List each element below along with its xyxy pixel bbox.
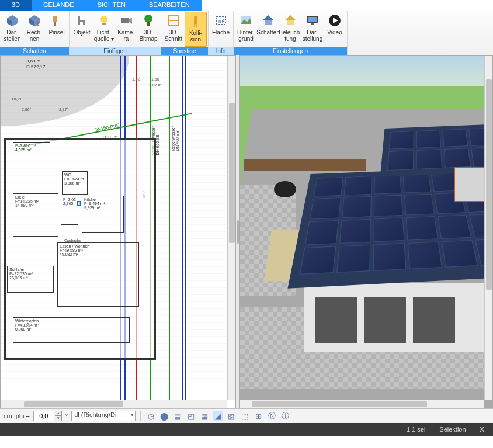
ribbon-kamera[interactable]: Kame- ra [115,12,137,47]
area-icon: m² [213,13,228,28]
status-selektion: Selektion [439,426,466,433]
tool-tri2[interactable]: ▨ [226,411,237,421]
pipe2-label: Regenwasser DN 400 SB [171,126,179,151]
tool-cyl[interactable]: ⬚ [239,411,250,421]
solar-panel [374,175,401,195]
garderobe-label: Garderobe [64,239,81,242]
tool-globe[interactable]: ⬤ [159,411,169,421]
room: Essen / Wohnen F=49,582 m² 49,082 m² [57,242,139,307]
ribbon-schatten2[interactable]: Schatten [257,12,279,47]
ribbon-flaeche[interactable]: m²Fläche [210,12,232,47]
svg-rect-21 [194,19,197,24]
solar-panel [389,131,414,149]
solar-panel [444,148,471,168]
ribbon-hintergrund[interactable]: Hinter- grund [235,12,257,47]
garage-door-3 [413,297,455,343]
plan-hscroll[interactable] [1,400,227,408]
ribbon-darstellen[interactable]: Dar- stellen [1,12,23,47]
plan-vscroll[interactable] [227,56,235,400]
status-bar: 1:1 sel Selektion X: [0,423,493,436]
solar-panel [314,177,343,196]
tab-bearbeiten[interactable]: BEARBEITEN [137,0,202,11]
svg-rect-13 [102,23,106,25]
ribbon-schatten2-label: Schatten [256,29,279,36]
tool-layers1[interactable]: ▤ [172,411,183,421]
svg-rect-31 [287,20,294,25]
view3d-hscroll[interactable] [240,400,484,408]
tab-sichten[interactable]: SICHTEN [86,0,137,11]
tool-clock[interactable]: ◷ [145,411,156,421]
ribbon-flaeche-label: Fläche [212,29,230,36]
brush-icon [49,13,64,28]
plan-dim-top2: D 572,17 [26,64,45,70]
svg-marker-30 [285,15,296,20]
play-icon [327,13,342,28]
dim-l1: 04,20 [12,97,23,101]
phi-input[interactable] [33,411,54,421]
svg-rect-29 [265,20,272,25]
solar-panel [374,195,403,217]
ribbon-pinsel[interactable]: Pinsel [46,12,68,47]
svg-marker-28 [263,15,273,20]
phi-spin-up[interactable]: ▲ [55,411,62,416]
ribbon-kollision[interactable]: Kolli- sion [185,12,207,47]
ribbon-3dschnitt[interactable]: 3D- Schnitt [162,12,185,47]
plan-2d-pane[interactable]: 3,60 m D 572,17 DN150-PVC 3,18 m Schmutz… [0,55,236,408]
ribbon-group-schatten: Schatten [0,47,69,55]
svg-point-16 [144,15,152,23]
person-icon [188,13,203,29]
section-icon [166,13,181,28]
input-bar: cm phi = ▲ ▼ ° dl (Richtung/Di ◷⬤▤◰▦◢▨⬚⊞… [0,408,493,423]
solar-panel [300,246,336,275]
room: WC F=3,674 m² 3,866 m² [62,171,88,195]
workspace: 3,60 m D 572,17 DN150-PVC 3,18 m Schmutz… [0,55,493,408]
status-scale: 1:1 sel [407,426,425,433]
view3d-hscroll-thumb[interactable] [252,401,427,407]
tool-perspective[interactable]: ◰ [186,411,196,421]
svg-text:m²: m² [218,18,225,24]
cube-icon [5,13,20,28]
ribbon-darstellung[interactable]: Dar- stellung [301,12,324,47]
view3d-vscroll[interactable] [484,56,492,400]
svg-rect-23 [196,24,197,27]
ribbon-lichtquelle[interactable]: Licht- quelle ▾ [93,12,115,47]
ribbon-darstellen-label: Dar- stellen [4,29,21,42]
monitor-icon [305,13,320,28]
marker-8: 8 [77,201,81,206]
svg-rect-34 [311,23,314,25]
mode-dropdown[interactable]: dl (Richtung/Di [71,411,136,421]
plan-hscroll-thumb[interactable] [24,401,123,407]
bottom-tool-row: ◷⬤▤◰▦◢▨⬚⊞Ⓝⓘ [145,411,290,421]
status-x: X: [480,426,486,433]
tool-grid[interactable]: ⊞ [253,411,263,421]
ribbon-beleuchtung[interactable]: Beleuch- tung [279,12,301,47]
fence [244,159,366,171]
vline-blue-4 [185,56,186,408]
room-label: WC F=3,674 m² 3,866 m² [64,173,85,185]
ribbon: Dar- stellenΣRech- nenPinselSchattenObje… [0,11,493,55]
camera-icon [119,13,134,28]
tool-tri1[interactable]: ◢ [213,411,223,421]
tab-3d[interactable]: 3D [0,0,32,11]
tool-stack[interactable]: ▦ [199,411,210,421]
garage-door-1 [315,297,357,343]
ribbon-rechnen[interactable]: ΣRech- nen [23,12,46,47]
tool-info[interactable]: ⓘ [280,411,290,421]
splitter-grip [237,220,239,244]
svg-text:Σ: Σ [36,21,40,27]
house-light-icon [283,13,298,28]
plan-vscroll-thumb[interactable] [229,103,235,243]
sky [240,56,492,86]
tab-gelaende[interactable]: GELÄNDE [32,0,86,11]
tool-north[interactable]: Ⓝ [266,411,277,421]
ribbon-3dbitmap-label: 3D- Bitmap [139,29,157,42]
solar-panel [416,149,442,169]
phi-spin-down[interactable]: ▼ [55,416,62,421]
ribbon-objekt[interactable]: Objekt [71,12,93,47]
ribbon-video[interactable]: Video [324,12,346,47]
ribbon-3dbitmap[interactable]: 3D- Bitmap [137,12,159,47]
solar-panel [408,241,443,269]
room-label: Wintergarten F=43,694 m² 0,000 m² [15,319,39,331]
view3d-vscroll-thumb[interactable] [486,79,492,290]
view-3d-pane[interactable] [239,55,493,408]
